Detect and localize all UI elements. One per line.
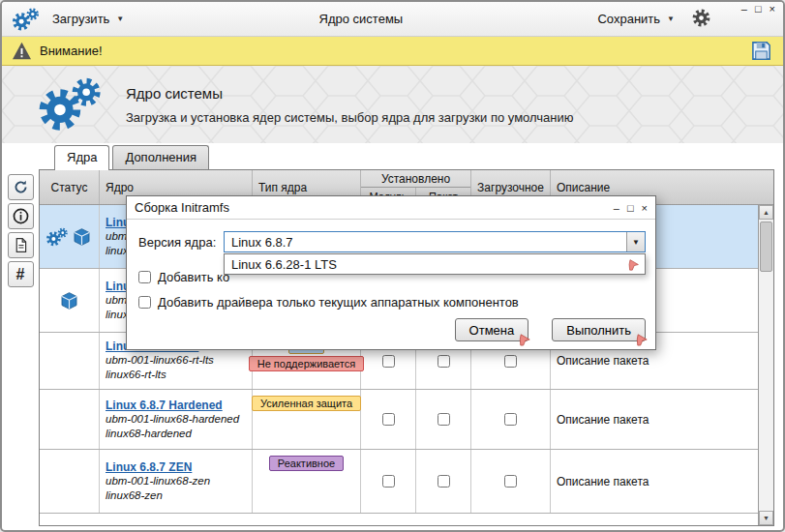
dialog-close-button[interactable]: × bbox=[642, 202, 648, 214]
kernel-cell: Linux 6.8.7 ZEN ubm-001-linux68-zen linu… bbox=[100, 450, 253, 513]
kernel-link[interactable]: Linux 6.8.7 Hardened bbox=[106, 399, 223, 412]
kernel-type-cell: Реактивное bbox=[253, 450, 361, 513]
description-text: Описание пакета bbox=[557, 413, 649, 427]
document-icon bbox=[13, 237, 29, 253]
warning-text: Внимание! bbox=[40, 44, 103, 58]
hash-icon: # bbox=[16, 266, 25, 283]
kernel-package-name: ubm-001-linux68-hardened bbox=[106, 412, 248, 427]
info-icon bbox=[13, 208, 29, 224]
kernel-id: linux66-rt-lts bbox=[106, 368, 248, 382]
hash-button[interactable]: # bbox=[8, 261, 34, 287]
report-button[interactable] bbox=[8, 232, 34, 258]
click-marker-icon bbox=[635, 332, 649, 346]
info-button[interactable] bbox=[8, 203, 34, 229]
combobox-option[interactable]: Linux 6.6.28-1 LTS bbox=[225, 254, 645, 274]
status-cell bbox=[40, 450, 100, 513]
dialog-minimize-button[interactable]: – bbox=[614, 202, 619, 214]
add-config-checkbox-input[interactable] bbox=[138, 271, 151, 283]
package-checkbox[interactable] bbox=[438, 355, 450, 368]
chevron-down-icon: ▼ bbox=[632, 238, 640, 247]
kernel-cell: Linux 6.8.7 Hardened ubm-001-linux68-har… bbox=[100, 390, 253, 449]
page-subtitle: Загрузка и установка ядер системы, выбор… bbox=[126, 110, 574, 125]
combobox-popup: Linux 6.6.28-1 LTS bbox=[224, 253, 646, 275]
page-header: Ядро системы Загрузка и установка ядер с… bbox=[2, 66, 783, 143]
minimize-button[interactable]: – bbox=[741, 3, 747, 15]
load-menu-button[interactable]: Загрузить ▼ bbox=[46, 8, 130, 30]
add-drivers-checkbox[interactable]: Добавить драйвера только текущих аппарат… bbox=[138, 295, 519, 310]
scroll-up-button[interactable]: ▲ bbox=[759, 205, 773, 220]
kernel-type-cell: Усиленная защита bbox=[253, 390, 361, 449]
col-status: Статус bbox=[40, 170, 100, 204]
window-controls: – □ × bbox=[741, 3, 775, 15]
add-config-label: Добавить ко bbox=[158, 270, 229, 284]
add-drivers-checkbox-input[interactable] bbox=[138, 296, 151, 309]
package-status-icon bbox=[58, 291, 80, 310]
warning-icon bbox=[12, 42, 32, 60]
chevron-down-icon: ▼ bbox=[116, 15, 124, 23]
package-checkbox[interactable] bbox=[438, 413, 450, 426]
settings-button[interactable] bbox=[688, 7, 713, 32]
kernel-type-badge: Реактивное bbox=[269, 456, 344, 471]
app-logo-gears-icon bbox=[12, 7, 39, 32]
kernel-id: linux68-zen bbox=[106, 488, 248, 503]
floppy-icon bbox=[750, 40, 772, 62]
status-cell bbox=[40, 205, 100, 268]
vertical-scrollbar[interactable]: ▲ ▼ bbox=[758, 205, 773, 525]
tab-bar: Ядра Дополнения bbox=[39, 143, 774, 169]
scrollbar-track[interactable] bbox=[759, 220, 773, 511]
module-checkbox[interactable] bbox=[382, 413, 395, 426]
run-button[interactable]: Выполнить bbox=[552, 318, 646, 341]
scrollbar-thumb[interactable] bbox=[760, 222, 772, 272]
save-menu-label: Сохранить bbox=[597, 12, 660, 26]
warning-bar: Внимание! bbox=[2, 37, 783, 66]
kernel-gears-icon bbox=[37, 76, 101, 133]
close-button[interactable]: × bbox=[770, 3, 775, 15]
window-titlebar[interactable]: Загрузить ▼ Ядро системы Сохранить ▼ – □… bbox=[2, 2, 783, 37]
combobox-dropdown-button[interactable]: ▼ bbox=[626, 232, 645, 251]
combobox-value: Linux 6.8.7 bbox=[225, 235, 626, 250]
left-toolbar: # bbox=[2, 143, 39, 530]
scroll-down-button[interactable]: ▼ bbox=[759, 511, 773, 525]
gear-icon bbox=[692, 9, 710, 27]
page-title: Ядро системы bbox=[126, 85, 574, 102]
window-title: Ядро системы bbox=[137, 12, 584, 26]
description-text: Описание пакета bbox=[557, 354, 649, 368]
bootable-cell bbox=[471, 450, 551, 513]
status-cell bbox=[40, 390, 100, 449]
add-config-checkbox[interactable]: Добавить ко bbox=[138, 270, 229, 284]
description-cell: Описание пакета bbox=[551, 450, 758, 513]
status-cell bbox=[40, 333, 100, 389]
bootable-cell bbox=[471, 390, 551, 449]
kernel-version-combobox[interactable]: Linux 6.8.7 ▼ bbox=[224, 231, 646, 252]
dialog-titlebar[interactable]: Сборка Initramfs – □ × bbox=[127, 196, 655, 220]
save-menu-button[interactable]: Сохранить ▼ bbox=[591, 8, 680, 30]
table-row[interactable]: Linux 6.8.7 Hardened ubm-001-linux68-har… bbox=[40, 390, 758, 450]
dialog-title: Сборка Initramfs bbox=[135, 200, 614, 215]
bootable-checkbox[interactable] bbox=[504, 355, 517, 368]
save-changes-button[interactable] bbox=[748, 40, 773, 63]
status-cell bbox=[40, 269, 100, 332]
refresh-icon bbox=[13, 179, 29, 195]
description-text: Описание пакета bbox=[557, 475, 649, 488]
cancel-button[interactable]: Отмена bbox=[455, 318, 529, 341]
tab-addons[interactable]: Дополнения bbox=[112, 145, 209, 169]
table-row[interactable]: Linux 6.8.7 ZEN ubm-001-linux68-zen linu… bbox=[40, 450, 758, 514]
refresh-button[interactable] bbox=[8, 174, 34, 200]
package-installed-cell bbox=[416, 450, 471, 513]
add-drivers-label: Добавить драйвера только текущих аппарат… bbox=[158, 295, 519, 310]
bootable-checkbox[interactable] bbox=[504, 475, 517, 488]
maximize-button[interactable]: □ bbox=[755, 3, 762, 15]
load-menu-label: Загрузить bbox=[52, 12, 109, 26]
module-checkbox[interactable] bbox=[382, 355, 395, 368]
description-cell: Описание пакета bbox=[551, 390, 758, 449]
bootable-checkbox[interactable] bbox=[504, 413, 517, 426]
package-checkbox[interactable] bbox=[438, 475, 450, 488]
kernel-link[interactable]: Linux 6.8.7 ZEN bbox=[106, 460, 192, 474]
kernel-id: linux68-hardened bbox=[106, 427, 248, 441]
dialog-maximize-button[interactable]: □ bbox=[627, 202, 634, 214]
click-marker-icon bbox=[627, 257, 641, 271]
module-installed-cell bbox=[361, 450, 416, 513]
tab-kernels[interactable]: Ядра bbox=[54, 145, 109, 170]
module-checkbox[interactable] bbox=[382, 475, 395, 488]
kernel-type-badge: Не поддерживается bbox=[249, 356, 365, 371]
